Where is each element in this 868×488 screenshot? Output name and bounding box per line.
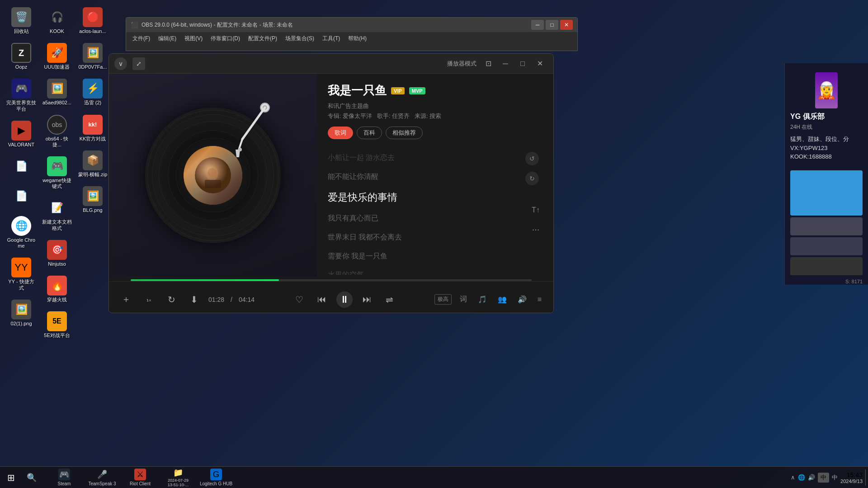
desktop-icon-xunlei[interactable]: ⚡ 迅雷 (2) [76, 76, 109, 108]
show-desktop-button[interactable] [865, 469, 868, 486]
desktop-icon-uuu[interactable]: 🚀 UUU加速器 [40, 40, 74, 73]
taskbar-search-button[interactable]: 🔍 [22, 468, 42, 488]
taskbar-time[interactable]: 15:43 2024/9/13 [840, 471, 863, 484]
music-nav-down[interactable]: ∨ [114, 57, 127, 70]
download-button[interactable]: ⬇ [186, 291, 202, 308]
taskbar-app-teamspeak-label: TeamSpeak 3 [88, 481, 116, 486]
music-expand-button[interactable]: ⤢ [132, 57, 145, 70]
banner-avatar: 🧝 [815, 72, 838, 108]
desktop-icon-kook[interactable]: 🎧 KOOK [40, 5, 74, 37]
taskbar-app-teamspeak[interactable]: 🎤 TeamSpeak 3 [84, 467, 120, 488]
obs-close-button[interactable]: ✕ [560, 20, 573, 30]
desktop-icon-file1[interactable]: 📄 [5, 154, 38, 180]
desktop-icon-crossfire[interactable]: 🔥 穿越火线 [40, 273, 74, 305]
music-maximize-button[interactable]: □ [514, 56, 531, 72]
lyric-line-6: 需要你 我是一只鱼 [328, 247, 542, 266]
lyric-font-size-button[interactable]: T↑ [529, 203, 542, 217]
desktop-icon-obs[interactable]: obs obs64 - 快捷... [40, 112, 74, 150]
song-source: 来源: 搜索 [415, 113, 441, 119]
music-minimize-button[interactable]: ─ [497, 56, 514, 72]
desktop-icon-aclos[interactable]: 🔴 aclos-laun... [76, 5, 109, 37]
shuffle-button[interactable]: ⇌ [382, 291, 398, 308]
mvp-badge: MVP [409, 87, 425, 94]
heart-button[interactable]: ♡ [291, 291, 307, 308]
obs-menu-view[interactable]: 视图(V) [181, 33, 206, 44]
desktop-icon-perfectworld[interactable]: 🎮 完美世界竞技平台 [5, 76, 38, 114]
desktop-icon-oopz[interactable]: Z Oopz [5, 40, 38, 73]
desktop-icon-chrome[interactable]: 🌐 Google Chrome [5, 213, 38, 252]
add-to-list-button[interactable]: ＋ [118, 291, 134, 308]
obs-menu-scene[interactable]: 场景集合(S) [282, 33, 318, 44]
desktop-icon-file2[interactable]: 📄 [5, 183, 38, 210]
obs-minimize-button[interactable]: ─ [531, 20, 544, 30]
taskbar-app-steam[interactable]: 🎮 Steam [46, 467, 82, 488]
tray-language-indicator[interactable]: 中 [818, 473, 829, 483]
start-button[interactable]: ⊞ [0, 467, 22, 488]
desktop-icon-5e[interactable]: 5E 5E对战平台 [40, 309, 74, 341]
tray-hide-arrow[interactable]: ∧ [791, 474, 795, 481]
tray-language-indicator-2: 中 [832, 474, 838, 482]
prev-button[interactable]: ⏮ [314, 291, 330, 308]
banner-line3: KOOK:1688888 [790, 152, 863, 161]
quality-button[interactable]: 极高 [434, 294, 452, 305]
music-content: 我是一只鱼 VIP MVP 和讯广告主题曲 专辑: 爱像太平洋 歌手: 任贤齐 … [109, 74, 553, 277]
desktop-icon-wegame[interactable]: 🎮 wegame快捷键式 [40, 154, 74, 192]
music-pip-button[interactable]: ⊡ [480, 56, 496, 72]
taskbar-app-folder[interactable]: 📁 2024-07-2913-51-10-... [160, 467, 196, 488]
lyric-line-2: 能不能让你清醒 [328, 167, 542, 186]
obs-menu-edit[interactable]: 编辑(E) [155, 33, 180, 44]
desktop-icon-ninjutso[interactable]: 🎯 Ninjutso [40, 237, 74, 270]
taskbar-app-riot[interactable]: ⚔ Riot Client [122, 467, 158, 488]
lyric-more-button[interactable]: ··· [529, 222, 542, 236]
friends-button[interactable]: 👥 [495, 293, 509, 305]
desktop-icon-zip[interactable]: 📦 蒙明-横幅.zip [76, 148, 109, 180]
pause-button[interactable]: ⏸ [336, 291, 353, 308]
desktop-icon-blg[interactable]: 🖼️ BLG.png [76, 183, 109, 216]
teamspeak-icon: 🎤 [96, 469, 108, 480]
obs-menu-help[interactable]: 帮助(H) [344, 33, 370, 44]
lyrics-icon-panel: ↺ ↻ [522, 148, 542, 189]
desktop-icon-yy[interactable]: YY YY - 快捷方式 [5, 255, 38, 293]
music-close-button[interactable]: ✕ [532, 56, 548, 72]
playlist-button[interactable]: ≡ [535, 294, 544, 305]
desktop-icon-valorant[interactable]: ▶ VALORANT [5, 118, 38, 150]
desktop-icon-kk[interactable]: kk! KK官方对战 [76, 112, 109, 145]
tray-sound-icon[interactable]: 🔊 [808, 474, 815, 481]
desktop-icon-img2[interactable]: 🖼️ a5aed9802... [40, 76, 74, 108]
obs-maximize-button[interactable]: □ [546, 20, 558, 30]
taskbar-app-logitech[interactable]: G Logitech G HUB [198, 467, 234, 488]
equalizer-button[interactable]: 🎵 [475, 293, 490, 305]
desktop-icon-png1[interactable]: 🖼️ 02(1).png [5, 297, 38, 329]
taskbar-app-steam-label: Steam [58, 481, 71, 486]
current-time: 15:43 [840, 471, 863, 479]
taskbar: ⊞ 🔍 🎮 Steam 🎤 TeamSpeak 3 ⚔ Riot Client … [0, 466, 868, 488]
desktop-icon-textfile[interactable]: 📝 新建文本文档格式 [40, 195, 74, 234]
tag-lyrics[interactable]: 歌词 [328, 127, 353, 139]
taskbar-apps: 🎮 Steam 🎤 TeamSpeak 3 ⚔ Riot Client 📁 20… [42, 467, 791, 488]
lyric-translate-button[interactable]: ↺ [525, 152, 539, 165]
right-controls: 极高 词 🎵 👥 🔊 ≡ [434, 293, 544, 306]
tag-wiki[interactable]: 百科 [357, 127, 382, 139]
volume-button[interactable]: 🔊 [515, 293, 529, 305]
obs-menu-tools[interactable]: 工具(T) [319, 33, 344, 44]
lyric-line-5: 世界末日 我都不会离去 [328, 228, 542, 247]
lyrics-toggle-button[interactable]: 词 [457, 293, 470, 306]
total-time-display: 04:14 [239, 296, 255, 303]
music-mode-button[interactable]: 播放器模式 [443, 58, 480, 70]
svg-point-9 [238, 148, 242, 151]
lyric-font-button[interactable]: ↻ [525, 172, 539, 185]
music-window-controls: ⊡ ─ □ ✕ [480, 56, 548, 72]
tag-similar[interactable]: 相似推荐 [386, 127, 423, 139]
riot-icon: ⚔ [134, 469, 146, 480]
folder-icon: 📁 [172, 468, 184, 478]
next-button[interactable]: ⏭ [359, 291, 375, 308]
tray-network-icon[interactable]: 🌐 [798, 474, 805, 481]
obs-menu-profile[interactable]: 配置文件(P) [245, 33, 281, 44]
progress-bar[interactable] [131, 279, 532, 281]
desktop-icon-recycle[interactable]: 🗑️ 回收站 [5, 5, 38, 37]
obs-menu-file[interactable]: 文件(F) [129, 33, 154, 44]
obs-menu-dock[interactable]: 停靠窗口(D) [207, 33, 244, 44]
speed-button[interactable]: ₁ₓ [141, 291, 157, 308]
desktop-icon-0dp[interactable]: 🖼️ 0DP0V7Fa... [76, 40, 109, 73]
repeat-button[interactable]: ↻ [163, 291, 179, 308]
